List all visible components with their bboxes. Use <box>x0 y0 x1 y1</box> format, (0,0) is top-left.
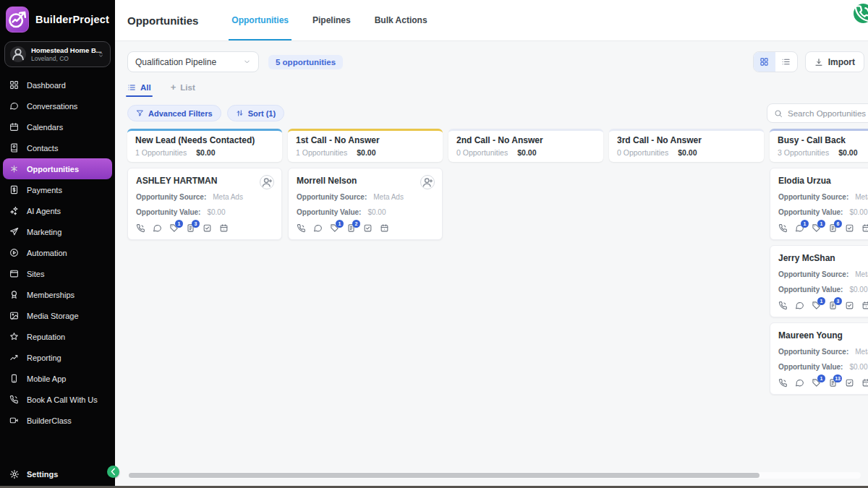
account-switcher[interactable]: Homestead Home B... Loveland, CO <box>4 41 111 67</box>
sidebar-item-opportunities[interactable]: Opportunities <box>3 158 112 179</box>
tasks-icon[interactable] <box>845 378 854 388</box>
notes-icon[interactable]: 2 <box>346 223 356 233</box>
opportunity-card[interactable]: ASHLEY HARTMAN Opportunity Source: Meta … <box>127 168 282 240</box>
opportunities-icon <box>9 164 19 174</box>
sidebar-item-ai-agents[interactable]: AI Agents <box>0 200 115 221</box>
call-icon[interactable] <box>136 223 145 233</box>
tasks-icon[interactable] <box>203 223 212 233</box>
opportunity-value-label: Opportunity Value: <box>778 208 843 216</box>
sidebar-item-mobile-app[interactable]: Mobile App <box>0 368 115 389</box>
horizontal-scrollbar[interactable] <box>129 472 861 479</box>
grid-view-button[interactable] <box>754 52 775 72</box>
opportunity-value-amount: $0.00 <box>367 208 386 216</box>
tasks-icon[interactable] <box>845 223 854 233</box>
appointment-icon[interactable] <box>861 301 868 310</box>
notes-icon[interactable]: 3 <box>186 223 195 233</box>
tag-icon[interactable]: 1 <box>330 223 339 233</box>
assign-user-icon[interactable] <box>420 175 435 189</box>
sidebar-item-builderclass[interactable]: BuilderClass <box>0 410 115 431</box>
search-input[interactable] <box>788 109 868 118</box>
sidebar-item-memberships[interactable]: Memberships <box>0 284 115 305</box>
message-icon[interactable] <box>313 223 323 233</box>
tab-all[interactable]: All <box>127 82 151 97</box>
opportunity-card[interactable]: Jerry McShan Opportunity Source: Meta Ad… <box>770 245 868 317</box>
list-icon <box>127 83 136 92</box>
pipeline-column: 1st Call - No Answer 1 Opportunities $0.… <box>288 129 443 395</box>
phone-icon <box>854 4 868 23</box>
pipeline-column: 3rd Call - No Answer 0 Opportunities $0.… <box>609 129 764 395</box>
pipeline-column-header: New Lead (Needs Contacted) 1 Opportuniti… <box>127 129 282 162</box>
list-view-button[interactable] <box>775 52 797 72</box>
view-tabs: All + List <box>127 82 868 97</box>
sidebar-item-sites[interactable]: Sites <box>0 263 115 284</box>
appointment-icon[interactable] <box>219 223 229 233</box>
column-cards: ASHLEY HARTMAN Opportunity Source: Meta … <box>127 168 282 240</box>
opportunity-card[interactable]: Elodia Urzua Opportunity Source: Meta Ad… <box>770 168 868 240</box>
pipeline-select[interactable]: Qualification Pipeline <box>127 51 259 72</box>
notes-icon[interactable]: 6 <box>828 223 838 233</box>
message-icon[interactable] <box>795 301 804 310</box>
call-icon[interactable] <box>778 223 788 233</box>
sidebar-item-conversations[interactable]: Conversations <box>0 95 115 116</box>
top-bar: Opportunities Opportunities Pipelines Bu… <box>115 0 868 41</box>
sidebar-item-contacts[interactable]: Contacts <box>0 137 115 158</box>
message-icon[interactable]: 1 <box>795 223 804 233</box>
chevron-down-icon <box>243 58 251 66</box>
appointment-icon[interactable] <box>861 378 868 388</box>
tab-pipelines[interactable]: Pipelines <box>312 0 351 40</box>
sidebar-item-marketing[interactable]: Marketing <box>0 221 115 242</box>
notes-icon[interactable]: 3 <box>828 301 838 310</box>
scrollbar-thumb[interactable] <box>129 473 760 478</box>
call-icon[interactable] <box>297 223 306 233</box>
message-icon[interactable] <box>153 223 162 233</box>
column-title: 1st Call - No Answer <box>296 135 435 145</box>
message-count-badge: 1 <box>801 220 809 228</box>
call-icon[interactable] <box>778 301 788 310</box>
opportunity-source-value: Meta Ads <box>855 193 868 201</box>
sort-button[interactable]: Sort (1) <box>227 105 285 121</box>
sidebar-item-calendars[interactable]: Calendars <box>0 116 115 137</box>
tag-icon[interactable]: 1 <box>812 223 821 233</box>
tasks-icon[interactable] <box>845 301 854 310</box>
sidebar-item-settings[interactable]: Settings <box>0 469 115 479</box>
sidebar-item-dashboard[interactable]: Dashboard <box>0 74 115 95</box>
account-avatar-icon <box>10 46 26 62</box>
calendars-icon <box>9 122 19 132</box>
appointment-icon[interactable] <box>380 223 389 233</box>
bookcall-icon <box>9 395 19 404</box>
tab-bulk-actions[interactable]: Bulk Actions <box>375 0 427 40</box>
assign-user-icon[interactable] <box>260 175 274 189</box>
pipeline-column-header: Busy - Call Back 3 Opportunities $0.00 <box>770 129 868 162</box>
sidebar-collapse-button[interactable] <box>107 466 119 478</box>
call-icon[interactable] <box>778 378 788 388</box>
advanced-filters-button[interactable]: Advanced Filters <box>127 105 221 121</box>
search-opportunities-box <box>767 103 868 123</box>
tag-count-badge: 1 <box>175 220 183 228</box>
sidebar-item-automation[interactable]: Automation <box>0 242 115 263</box>
sidebar-item-payments[interactable]: Payments <box>0 179 115 200</box>
sidebar-item-reputation[interactable]: Reputation <box>0 326 115 347</box>
notes-icon[interactable]: 13 <box>828 378 838 388</box>
tag-icon[interactable]: 1 <box>812 378 821 388</box>
column-opportunity-count: 0 Opportunities <box>456 148 508 157</box>
tab-opportunities[interactable]: Opportunities <box>231 0 289 40</box>
notes-count-badge: 3 <box>192 220 200 228</box>
call-support-button[interactable] <box>854 4 868 23</box>
sidebar-item-media-storage[interactable]: Media Storage <box>0 305 115 326</box>
tasks-icon[interactable] <box>363 223 373 233</box>
appointment-icon[interactable] <box>861 223 868 233</box>
message-icon[interactable] <box>795 378 804 388</box>
opportunity-card[interactable]: Maureen Young Opportunity Source: Meta A… <box>770 322 868 395</box>
opportunity-card[interactable]: Morrell Nelson Opportunity Source: Meta … <box>288 168 443 240</box>
tag-icon[interactable]: 1 <box>812 301 821 310</box>
add-list-tab[interactable]: + List <box>171 82 195 97</box>
column-title: 2nd Call - No Answer <box>456 135 595 145</box>
sidebar-item-book-a-call-with-us[interactable]: Book A Call With Us <box>0 389 115 410</box>
tag-icon[interactable]: 1 <box>169 223 179 233</box>
app-window: BuilderProject Homestead Home B... Lovel… <box>0 0 868 488</box>
sidebar-item-reporting[interactable]: Reporting <box>0 347 115 368</box>
chevron-left-icon <box>107 466 119 478</box>
column-opportunity-count: 3 Opportunities <box>778 148 829 157</box>
import-button[interactable]: Import <box>805 51 864 72</box>
sort-arrows-icon <box>236 109 244 117</box>
